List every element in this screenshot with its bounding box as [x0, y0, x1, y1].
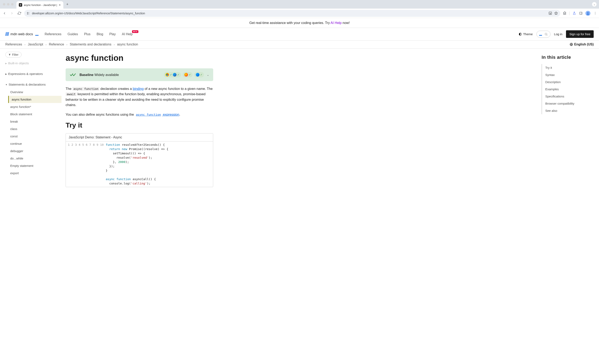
banner-link[interactable]: AI Help: [330, 21, 342, 25]
link-binding[interactable]: binding: [133, 87, 144, 91]
kebab-menu-icon[interactable]: [593, 11, 597, 15]
caret-right-icon: ▶: [5, 62, 7, 65]
logo-text: mdn web docs: [10, 32, 33, 36]
new-tab-button[interactable]: +: [65, 2, 70, 7]
nav-item-play[interactable]: Play: [109, 32, 116, 36]
search-icon: [545, 33, 548, 36]
toc-item-see-also[interactable]: See also: [542, 107, 594, 114]
back-button[interactable]: [2, 11, 7, 16]
nav-item-guides[interactable]: Guides: [67, 32, 78, 36]
sidebar-item-const[interactable]: const: [8, 133, 62, 140]
breadcrumb-3[interactable]: Statements and declarations: [70, 42, 111, 46]
toc-list: Try itSyntaxDescriptionExamplesSpecifica…: [542, 64, 594, 114]
toc-item-examples[interactable]: Examples: [542, 85, 594, 93]
labs-icon[interactable]: [572, 11, 576, 15]
toolbar-right-icons: [563, 11, 597, 16]
sidebar-item-do-while[interactable]: do...while: [8, 155, 62, 162]
banner-text-suffix: now!: [342, 21, 350, 25]
mdn-logo[interactable]: /// mdn web docs: [5, 31, 39, 37]
site-info-icon[interactable]: [27, 12, 30, 15]
nav-item-ai-help[interactable]: AI HelpBETA: [122, 32, 132, 36]
svg-point-9: [545, 33, 547, 35]
checkmark-icon: ✓: [170, 73, 172, 76]
svg-rect-0: [27, 12, 28, 13]
browser-tab[interactable]: M async function - JavaScript | ✕: [16, 1, 63, 8]
sidebar-group-statements[interactable]: ▼Statements & declarations: [5, 81, 62, 88]
toc-item-syntax[interactable]: Syntax: [542, 71, 594, 78]
breadcrumb-1[interactable]: JavaScript: [28, 42, 43, 46]
toc-item-description[interactable]: Description: [542, 78, 594, 85]
header-actions: Theme Log in Sign up for free: [519, 30, 594, 38]
sidebar-item-async-function-[interactable]: async function*: [8, 103, 62, 110]
sidebar-item-debugger[interactable]: debugger: [8, 147, 62, 155]
install-pwa-icon[interactable]: [548, 11, 552, 15]
address-bar[interactable]: developer.allizom.org/en-US/docs/Web/Jav…: [24, 10, 560, 17]
sidebar-item-block-statement[interactable]: Block statement: [8, 110, 62, 118]
profile-avatar[interactable]: [585, 11, 590, 16]
sidebar-item-class[interactable]: class: [8, 125, 62, 132]
safari-support-pill: ✓: [194, 72, 204, 77]
firefox-icon: [184, 73, 188, 76]
forward-button[interactable]: [9, 11, 14, 16]
sidebar-item-break[interactable]: break: [8, 118, 62, 125]
sidebar-item-async-function[interactable]: async function: [8, 96, 62, 103]
beta-badge: BETA: [132, 30, 138, 33]
vertical-separator: [569, 11, 570, 15]
extensions-icon[interactable]: [563, 11, 566, 15]
baseline-check-icon: [70, 72, 77, 77]
toc-item-browser-compatibility[interactable]: Browser compatibility: [542, 100, 594, 107]
sidebar-item-continue[interactable]: continue: [8, 140, 62, 147]
sidebar-item-export[interactable]: export: [8, 169, 62, 177]
chrome-icon: [166, 73, 169, 76]
nav-item-plus[interactable]: Plus: [84, 32, 90, 36]
sidebar-item-overview[interactable]: Overview: [8, 88, 62, 96]
nav-item-references[interactable]: References: [45, 32, 62, 36]
browser-support-pills: ✓ ✓ ✓ ✓ ⌄: [164, 72, 209, 77]
code-content: function resolveAfter2Seconds() { return…: [106, 143, 168, 186]
login-button[interactable]: Log in: [554, 32, 563, 36]
chevron-right-icon: ›: [66, 43, 67, 46]
nav-item-blog[interactable]: Blog: [97, 32, 103, 36]
tabs-menu-button[interactable]: ⌄: [592, 2, 597, 7]
sidebar-group-builtin[interactable]: ▶Built-in objects: [5, 59, 62, 67]
sidebar-group-expressions[interactable]: ▶Expressions & operators: [5, 70, 62, 78]
filter-input[interactable]: Filter: [5, 52, 22, 58]
caret-right-icon: ▶: [5, 73, 7, 75]
bookmark-icon[interactable]: [554, 11, 558, 15]
left-sidebar: Filter ▶Built-in objects ▶Expressions & …: [0, 49, 66, 195]
sidebar-item-empty-statement[interactable]: Empty statement: [8, 162, 62, 169]
group-label: Built-in objects: [8, 61, 29, 65]
theme-toggle[interactable]: Theme: [519, 32, 533, 36]
minimize-window[interactable]: [7, 3, 9, 6]
site-search[interactable]: [537, 31, 550, 38]
toc-item-try-it[interactable]: Try it: [542, 64, 594, 71]
breadcrumb-4[interactable]: async function: [117, 42, 138, 46]
close-tab-icon[interactable]: ✕: [59, 3, 61, 7]
signup-button[interactable]: Sign up for free: [566, 30, 594, 38]
intro-paragraph-1: The async function declaration creates a…: [66, 86, 213, 108]
breadcrumb-2[interactable]: Reference: [49, 42, 64, 46]
reload-button[interactable]: [17, 11, 22, 16]
logo-icon: ///: [5, 31, 9, 37]
filter-icon: [9, 53, 11, 56]
caret-down-icon: ▼: [5, 84, 7, 86]
window-controls: [2, 3, 15, 6]
expand-baseline-button[interactable]: ⌄: [207, 73, 209, 76]
maximize-window[interactable]: [11, 3, 14, 6]
site-header: /// mdn web docs ReferencesGuidesPlusBlo…: [0, 28, 599, 41]
close-window[interactable]: [3, 3, 5, 6]
browser-toolbar: developer.allizom.org/en-US/docs/Web/Jav…: [0, 8, 599, 18]
side-panel-icon[interactable]: [579, 11, 583, 15]
favicon: M: [19, 3, 22, 7]
header-nav: ReferencesGuidesPlusBlogPlayAI HelpBETA: [45, 32, 133, 36]
code-editor[interactable]: 1 2 3 4 5 6 7 8 9 10 function resolveAft…: [66, 142, 213, 187]
url-text: developer.allizom.org/en-US/docs/Web/Jav…: [32, 12, 546, 15]
breadcrumb-0[interactable]: References: [5, 42, 22, 46]
chevron-right-icon: ›: [25, 43, 26, 46]
theme-label: Theme: [523, 32, 533, 36]
page-title: async function: [66, 53, 213, 63]
toc-item-specifications[interactable]: Specifications: [542, 93, 594, 100]
link-async-function-expression[interactable]: async function expression: [135, 113, 179, 116]
language-selector[interactable]: English (US): [570, 42, 594, 46]
svg-point-6: [595, 13, 595, 13]
